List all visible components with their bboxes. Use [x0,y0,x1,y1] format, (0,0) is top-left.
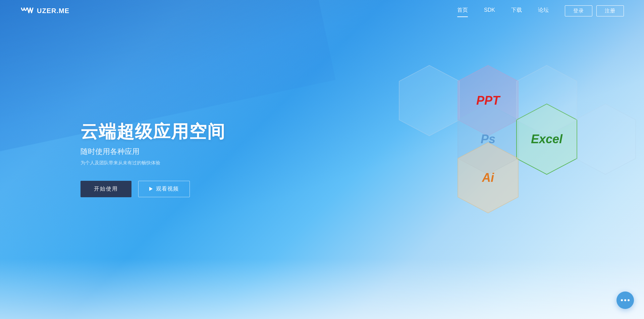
nav-link-sdk[interactable]: SDK [484,7,495,14]
start-button[interactable]: 开始使用 [80,181,131,197]
hex-ai: Ai [454,139,522,216]
video-button[interactable]: 观看视频 [138,181,190,197]
hex-cluster: PPT Ps Excel Ai [382,62,590,250]
chat-bubble[interactable] [616,291,634,309]
hex-ppt-label: PPT [476,93,500,107]
nav-links: 首页 SDK 下载 论坛 [457,7,549,15]
login-button[interactable]: 登录 [565,5,592,16]
hex-outline-tl [396,62,463,139]
nav-link-forum[interactable]: 论坛 [538,7,549,15]
hero-subtitle: 随时使用各种应用 [80,147,225,157]
svg-marker-6 [575,104,636,174]
chat-dot-3 [628,299,630,301]
hero-buttons: 开始使用 观看视频 [80,181,225,197]
hex-excel-label: Excel [531,132,562,146]
nav-link-home[interactable]: 首页 [457,7,468,15]
hero-title: 云端超级应用空间 [80,122,225,141]
nav-link-download[interactable]: 下载 [511,7,522,15]
chat-dots [621,299,630,301]
logo-area: UZER.ME [20,6,69,15]
hero-section: UZER.ME 首页 SDK 下载 论坛 登录 注册 云端超级应用空间 随时使用… [0,0,644,319]
navbar: UZER.ME 首页 SDK 下载 论坛 登录 注册 [0,0,644,21]
chat-dot-2 [624,299,626,301]
video-button-label: 观看视频 [156,185,179,193]
svg-marker-5 [517,65,577,136]
svg-marker-0 [399,65,460,136]
hex-outline-br [572,100,639,177]
nav-buttons: 登录 注册 [565,5,624,16]
hex-ai-label: Ai [482,170,494,184]
hex-ps-label: Ps [481,132,495,146]
logo-icon [20,6,34,15]
chat-dot-1 [621,299,623,301]
play-icon [149,187,153,191]
hero-content: 云端超级应用空间 随时使用各种应用 为个人及团队带来从未有过的畅快体验 开始使用… [80,122,225,197]
logo-text: UZER.ME [37,7,69,15]
register-button[interactable]: 注册 [596,5,624,16]
hex-outline-tr [513,62,580,139]
hero-desc: 为个人及团队带来从未有过的畅快体验 [80,160,225,166]
